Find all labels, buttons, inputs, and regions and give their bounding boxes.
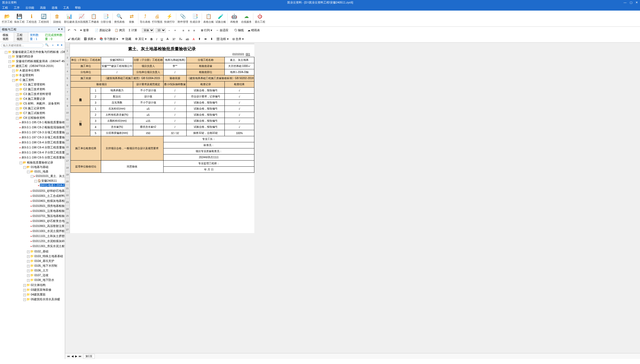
hide-button[interactable]: 👁 隐藏 (121, 37, 132, 42)
italic-button[interactable]: I (155, 37, 158, 41)
app-name: 筑业云资料 (2, 1, 17, 4)
calc-button[interactable]: Σ 计算 (128, 28, 138, 33)
panel-title: 模板与工程 ▾ ✕ (0, 27, 65, 32)
menu-advanced[interactable]: 高级 (40, 6, 46, 10)
menu-bar: 工程 工序 云功能 高级 选项 工具 帮助 (0, 5, 640, 11)
strike-button[interactable]: A̶ (165, 37, 170, 41)
menu-options[interactable]: 选项 (52, 6, 57, 10)
add-icon[interactable]: ＋ (50, 43, 55, 48)
toolbar-表格台账[interactable]: 📋表格台账 (202, 12, 215, 25)
autofit-button[interactable]: ↔ 自适应 (215, 28, 229, 33)
search-input[interactable] (1, 43, 43, 48)
valign-bot[interactable]: ⬇ (209, 37, 214, 41)
search-icon[interactable]: 🔍 (44, 43, 50, 48)
toolbar-工程信息[interactable]: ℹ工程信息 (25, 12, 38, 25)
menu-project[interactable]: 工程 (2, 6, 8, 10)
copy-button[interactable]: 📋 拷贝 (114, 28, 126, 33)
panel-tabs: 模板视图 工程视图 资料数量：1 已完成资料数量：0 (0, 32, 65, 42)
menu-cloud[interactable]: 云功能 (25, 6, 34, 10)
pager-label[interactable]: 第1页 (83, 354, 95, 359)
stat-done: 已完成资料数量：0 (43, 32, 65, 42)
toolbar-试验台账[interactable]: 🧪试验台账 (215, 12, 227, 25)
stat-count: 资料数量：1 (28, 32, 43, 42)
valign-top[interactable]: ⬆ (197, 37, 202, 41)
toolbar-快速打印[interactable]: ⚡快速打印 (163, 12, 175, 25)
menu-process[interactable]: 工序 (14, 6, 20, 10)
toolbar-生成目录[interactable]: 📑生成目录 (189, 12, 201, 25)
toolbar-工程协同[interactable]: 🔄工程协同 (38, 12, 50, 25)
tree-view[interactable]: −📁安徽省建设工程文件收集与归档标准（DB34／T4574-2023）+📁安徽归… (0, 49, 65, 359)
prev-icon[interactable]: ◂ (56, 43, 60, 48)
sub-button[interactable]: X₂ (178, 37, 183, 41)
form-title: 素土、灰土地基检验批质量验收记录 (70, 44, 254, 53)
size-down[interactable]: − (167, 28, 171, 33)
border-button[interactable]: ▦ 边框 ▾ (215, 37, 229, 42)
toolbar-保存工程[interactable]: 💾保存工程 (13, 12, 25, 25)
redo-button[interactable]: ↷ (73, 28, 77, 33)
main-toolbar: 📂打开工程💾保存工程ℹ工程信息🔄工程协同🗑回收站📊部位建表📈流水段视图📋工序建表… (0, 11, 640, 27)
tab-template[interactable]: 模板视图 (0, 32, 14, 42)
pager-last-icon[interactable]: ⏭ (79, 355, 82, 358)
toolbar-分部分项[interactable]: 📑分部分项 (100, 12, 112, 25)
weather-button[interactable]: ☁ 晴雨表 (246, 28, 261, 33)
next-icon[interactable]: ▸ (60, 43, 64, 48)
form-content: 素土、灰土地基检验批质量验收记录 01010101 001 单位（子单位）工程名… (70, 43, 254, 233)
toolbar-退出工程[interactable]: ⏻退出工程 (254, 12, 266, 25)
toolbar-打印预览[interactable]: 🖨打印预览 (151, 12, 163, 25)
minimize-icon[interactable]: — (624, 1, 627, 4)
undo-button[interactable]: ↶ (67, 28, 71, 33)
format-toolbar: ↶ ↷ ✒ 签章 📄 原始记录 📋 拷贝 Σ 计算 宋体 10 − ＋ ≡ ≡ … (65, 27, 640, 43)
menu-tools[interactable]: 工具 (63, 6, 69, 10)
sign-button[interactable]: ✒ 签章 (79, 28, 90, 33)
align-right-icon[interactable]: ≡ (192, 28, 196, 33)
size-select[interactable]: 10 (156, 28, 166, 33)
toolbar-工序建表[interactable]: 📋工序建表 (88, 12, 100, 25)
toolbar-导出表格[interactable]: ⤴导出表格 (139, 12, 151, 25)
maximize-icon[interactable]: ▢ (630, 1, 632, 4)
panel-search: 🔍 ＋ ◂ ▸ (0, 42, 65, 49)
tab-project[interactable]: 工程视图 (14, 32, 28, 42)
menu-help[interactable]: 帮助 (75, 6, 81, 10)
align-center-icon[interactable]: ≡ (187, 28, 191, 33)
merge-button[interactable]: ⊟ 合并 ▾ (231, 37, 245, 42)
brush-button[interactable]: 🖌 格式刷 (67, 37, 81, 42)
panel-close-icon[interactable]: ▾ ✕ (58, 28, 63, 31)
size-up[interactable]: ＋ (173, 28, 178, 33)
selected-tree-item[interactable]: [001]-地基1-20/A-D轴 (40, 184, 65, 187)
orig-button[interactable]: 📄 原始记录 (94, 28, 112, 33)
sheet-pager: ⏮ ◀ ▶ ⏭ 第1页 (65, 353, 640, 359)
close-icon[interactable]: ✕ (636, 1, 638, 4)
toolbar-替换[interactable]: ⇄替换 (125, 12, 138, 25)
toolbar-部位建表[interactable]: 📊部位建表 (63, 12, 75, 25)
toolbar-流水段视图[interactable]: 📈流水段视图 (75, 12, 88, 25)
insimg-button[interactable]: 🖼 插图 ▾ (83, 37, 97, 42)
pager-next-icon[interactable]: ▶ (75, 355, 77, 358)
left-panel: 模板与工程 ▾ ✕ 模板视图 工程视图 资料数量：1 已完成资料数量：0 🔍 ＋… (0, 27, 65, 359)
pager-prev-icon[interactable]: ◀ (71, 355, 74, 358)
toolbar-打开工程[interactable]: 📂打开工程 (1, 12, 13, 25)
rowcol-button[interactable]: ⊞ 行列 ▾ (200, 28, 213, 33)
font-select[interactable]: 宋体 (142, 28, 154, 33)
learn-button[interactable]: 📚 学习数据 ▾ (98, 37, 119, 42)
toolbar-AI检查[interactable]: 🤖AI检查 (228, 12, 240, 25)
toolbar-回收站[interactable]: 🗑回收站 (51, 12, 63, 25)
pager-first-icon[interactable]: ⏮ (67, 355, 70, 358)
inspection-table: 单位（子单位）工程名称安徽240511分部（子分部）工程名称地基与基础(地基)分… (70, 57, 254, 173)
toolbar-附件管理[interactable]: 📎附件管理 (177, 12, 189, 25)
toolbar-在线服务[interactable]: ☁在线服务 (240, 12, 253, 25)
right-panel: ↶ ↷ ✒ 签章 📄 原始记录 📋 拷贝 Σ 计算 宋体 10 − ＋ ≡ ≡ … (65, 27, 640, 359)
valign-mid[interactable]: ⬌ (203, 37, 208, 41)
other-button[interactable]: ⚙ 其它 ▾ (134, 37, 148, 42)
doc-path: 筑业云资料 - [D:\筑业云资料工程\安徽240511.zyc6] (17, 1, 624, 4)
row-header: 1234567891011121314151617181920212223242… (65, 43, 70, 233)
title-bar: 筑业云资料 筑业云资料 - [D:\筑业云资料工程\安徽240511.zyc6]… (0, 0, 640, 5)
underline-button[interactable]: U (160, 37, 164, 41)
axis-button[interactable]: ◎ 轴线 (233, 28, 245, 33)
sup-button[interactable]: X² (171, 37, 176, 41)
fontcolor-button[interactable]: A (192, 37, 196, 41)
bold-button[interactable]: B (150, 37, 154, 41)
fontfill-button[interactable]: ab (185, 37, 190, 41)
align-left-icon[interactable]: ≡ (181, 28, 185, 33)
toolbar-查找表格[interactable]: 🔍查找表格 (113, 12, 125, 25)
sheet-area[interactable]: 1234567891011121314151617181920212223242… (65, 43, 640, 353)
